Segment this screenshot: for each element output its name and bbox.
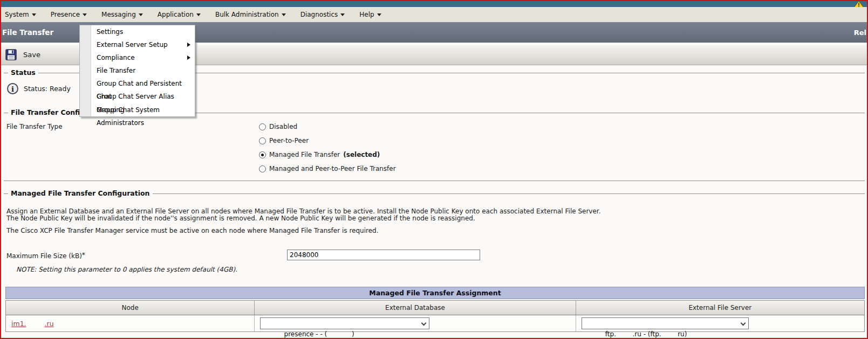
chevron-down-icon xyxy=(377,13,381,16)
table-row: im1..ru presence - - ( ) ftp. .ru - (ftp… xyxy=(5,315,865,332)
chevron-down-icon xyxy=(139,13,143,16)
menu-item-label: File Transfer xyxy=(97,67,135,74)
chevron-down-icon xyxy=(421,321,427,326)
external-file-server-select[interactable]: ftp. .ru - (ftp. ru) xyxy=(582,317,749,329)
svg-text:i: i xyxy=(11,85,14,93)
menubar-item-diagnostics[interactable]: Diagnostics xyxy=(300,11,345,18)
menubar-label: Diagnostics xyxy=(300,11,338,18)
menubar-item-presence[interactable]: Presence xyxy=(51,11,87,18)
radio-label: Disabled xyxy=(269,123,297,130)
menu-item-group-chat-system-administrators[interactable]: Group Chat System Administrators xyxy=(80,103,195,116)
radio-label: Managed File Transfer xyxy=(269,151,340,158)
menubar-label: Application xyxy=(158,11,194,18)
menubar-label: Messaging xyxy=(101,11,136,18)
status-legend: Status xyxy=(8,68,38,77)
menu-item-settings[interactable]: Settings xyxy=(80,25,195,38)
status-row: i Status: Ready xyxy=(6,82,71,95)
column-header-external-file-server: External File Server xyxy=(576,301,864,315)
status-text: Status: Ready xyxy=(24,85,71,93)
page-title: File Transfer xyxy=(2,28,53,37)
chevron-down-icon xyxy=(32,13,36,16)
required-asterisk: * xyxy=(82,251,85,259)
menu-item-label: Settings xyxy=(97,28,123,36)
radio-label: Peer-to-Peer xyxy=(269,137,309,144)
radio-label: Managed and Peer-to-Peer File Transfer xyxy=(269,165,396,172)
submenu-arrow-icon xyxy=(187,43,190,47)
submenu-arrow-icon xyxy=(187,56,190,60)
assignment-table-header-row: Node External Database External File Ser… xyxy=(5,300,865,315)
radio-icon[interactable] xyxy=(259,123,266,130)
menubar-label: Presence xyxy=(51,11,80,18)
chevron-down-icon xyxy=(196,13,201,16)
radio-selected-icon[interactable] xyxy=(259,151,266,158)
transfer-config-bottom-border xyxy=(4,181,865,181)
max-file-size-label: Maximum File Size (kB)* xyxy=(6,251,85,260)
menu-item-label: Group Chat System Administrators xyxy=(97,106,160,127)
managed-config-legend: Managed File Transfer Configuration xyxy=(8,189,153,197)
managed-config-text-line2: The Node Public Key will be invalidated … xyxy=(6,215,475,222)
external-database-select[interactable]: presence - - ( ) xyxy=(260,317,429,329)
column-header-node: Node xyxy=(6,301,255,315)
chevron-down-icon xyxy=(282,13,286,16)
menubar-label: System xyxy=(5,11,29,18)
managed-config-text-line3: The Cisco XCP File Transfer Manager serv… xyxy=(6,227,378,234)
info-icon: i xyxy=(6,82,19,95)
menubar-item-system[interactable]: System xyxy=(5,11,36,18)
radio-selected-note: (selected) xyxy=(343,151,380,158)
floppy-save-icon xyxy=(5,49,17,60)
menubar-item-application[interactable]: Application xyxy=(158,11,201,18)
assignment-table: Managed File Transfer Assignment Node Ex… xyxy=(5,287,865,332)
external-file-server-cell: ftp. .ru - (ftp. ru) xyxy=(576,315,864,331)
column-header-external-database: External Database xyxy=(255,301,576,315)
related-links-label[interactable]: Rel xyxy=(854,29,866,37)
menubar-label: Help xyxy=(359,11,374,18)
chevron-down-icon xyxy=(83,13,87,16)
menu-item-external-server-setup[interactable]: External Server Setup xyxy=(80,38,195,51)
radio-icon[interactable] xyxy=(259,165,266,172)
radio-option-managed-and-peer-to-peer[interactable]: Managed and Peer-to-Peer File Transfer xyxy=(259,164,396,173)
menubar-item-bulk-administration[interactable]: Bulk Administration xyxy=(215,11,286,18)
file-transfer-type-label: File Transfer Type xyxy=(6,123,63,130)
node-link[interactable]: im1..ru xyxy=(11,320,54,328)
assignment-table-title: Managed File Transfer Assignment xyxy=(5,287,865,299)
max-file-size-input[interactable] xyxy=(287,250,480,260)
radio-option-disabled[interactable]: Disabled xyxy=(259,122,297,131)
chevron-down-icon xyxy=(740,321,746,326)
menu-item-file-transfer[interactable]: File Transfer xyxy=(80,64,195,77)
external-database-selected-value: presence - - ( ) xyxy=(284,330,354,338)
node-link-prefix: im1. xyxy=(11,320,26,328)
admin-page: System Presence Messaging Application Bu… xyxy=(0,0,868,339)
menu-item-label: Compliance xyxy=(97,54,135,61)
menubar-item-help[interactable]: Help xyxy=(359,11,381,18)
external-database-cell: presence - - ( ) xyxy=(255,315,576,331)
external-file-server-selected-value: ftp. .ru - (ftp. ru) xyxy=(605,330,687,338)
save-button-label: Save xyxy=(23,51,40,59)
save-button[interactable]: Save xyxy=(5,49,40,60)
menubar-label: Bulk Administration xyxy=(215,11,279,18)
chevron-down-icon xyxy=(340,13,345,16)
top-browser-strip xyxy=(1,1,867,7)
menu-item-group-chat-and-persistent-chat[interactable]: Group Chat and Persistent Chat xyxy=(80,77,195,90)
menu-item-compliance[interactable]: Compliance xyxy=(80,51,195,64)
menubar-item-messaging[interactable]: Messaging xyxy=(101,11,143,18)
max-file-size-label-text: Maximum File Size (kB) xyxy=(6,252,82,260)
messaging-dropdown-menu: Settings External Server Setup Complianc… xyxy=(79,25,195,117)
menu-item-group-chat-server-alias-mapping[interactable]: Group Chat Server Alias Mapping xyxy=(80,90,195,103)
node-cell: im1..ru xyxy=(6,315,255,331)
node-link-suffix: .ru xyxy=(45,320,54,328)
radio-option-peer-to-peer[interactable]: Peer-to-Peer xyxy=(259,136,309,145)
max-file-size-note: NOTE: Setting this parameter to 0 applie… xyxy=(16,266,237,273)
menubar: System Presence Messaging Application Bu… xyxy=(1,7,867,22)
radio-icon[interactable] xyxy=(259,137,266,144)
radio-option-managed-file-transfer[interactable]: Managed File Transfer (selected) xyxy=(259,150,380,159)
menu-item-label: External Server Setup xyxy=(97,41,168,49)
